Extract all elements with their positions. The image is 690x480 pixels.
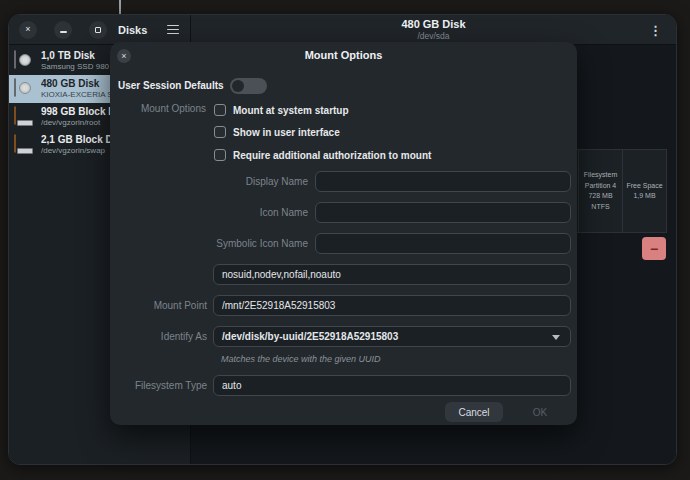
mount-options-input[interactable] <box>213 264 571 285</box>
symbolic-icon-name-input[interactable] <box>315 233 571 254</box>
dialog-title: Mount Options <box>110 49 577 61</box>
checkbox-label: Show in user interface <box>233 127 340 138</box>
icon-name-input[interactable] <box>315 202 571 223</box>
chevron-down-icon <box>552 335 560 340</box>
user-session-defaults-label: User Session Defaults <box>118 78 224 94</box>
headerbar-main-section: 480 GB Disk /dev/sda ⋮ <box>191 15 676 44</box>
app-title: Disks <box>118 24 147 36</box>
block-device-icon <box>14 107 35 128</box>
display-name-input[interactable] <box>315 171 571 192</box>
volume-line: 1,9 MB <box>633 191 655 202</box>
checkbox-icon <box>214 126 226 138</box>
mount-point-label: Mount Point <box>110 295 207 316</box>
hard-drive-icon <box>14 79 35 100</box>
kebab-menu-icon[interactable]: ⋮ <box>649 22 662 37</box>
filesystem-type-input[interactable] <box>213 375 571 396</box>
disk-item-subtitle: /dev/vgzorin/root <box>41 118 115 128</box>
checkbox-label: Require additional authorization to moun… <box>233 150 431 161</box>
user-session-defaults-toggle[interactable] <box>230 78 267 94</box>
close-icon: × <box>25 25 30 34</box>
ok-button[interactable]: OK <box>517 402 563 422</box>
mount-point-input[interactable] <box>213 295 571 316</box>
identify-as-value: /dev/disk/by-uuid/2E52918A52915803 <box>222 331 398 342</box>
block-device-icon <box>14 135 35 156</box>
icon-name-label: Icon Name <box>110 202 308 223</box>
background-window-artifact <box>119 0 121 14</box>
checkbox-icon <box>214 149 226 161</box>
volume-free-space[interactable]: Free Space 1,9 MB <box>622 150 666 232</box>
volume-line: Free Space <box>626 181 662 192</box>
checkbox-label: Mount at system startup <box>233 105 349 116</box>
cancel-button[interactable]: Cancel <box>445 402 503 422</box>
hard-drive-icon <box>14 51 35 72</box>
mount-options-section-label: Mount Options <box>110 103 206 114</box>
identify-as-hint: Matches the device with the given UUID <box>221 354 381 364</box>
volume-partition-4[interactable]: Filesystem Partition 4 728 MB NTFS <box>578 150 622 232</box>
headerbar-sidebar-section: × Disks <box>9 15 191 44</box>
disk-item-title: 2,1 GB Block De <box>41 134 118 146</box>
window-maximize-button[interactable] <box>89 21 107 39</box>
checkbox-icon <box>214 104 226 116</box>
maximize-icon <box>95 27 101 33</box>
volume-line: Partition 4 <box>585 181 617 192</box>
mount-options-dialog: × Mount Options User Session Defaults Mo… <box>110 42 577 425</box>
delete-partition-button[interactable]: − <box>642 237 666 260</box>
symbolic-icon-name-label: Symbolic Icon Name <box>110 233 308 254</box>
disk-item-subtitle: Samsung SSD 980 <box>41 62 109 72</box>
disk-item-title: 998 GB Block D <box>41 106 115 118</box>
disk-item-subtitle: KIOXIA-EXCERIA S <box>41 90 113 100</box>
disk-title: 480 GB Disk <box>401 18 465 31</box>
window-close-button[interactable]: × <box>19 21 37 39</box>
volume-line: Filesystem <box>584 170 617 181</box>
identify-as-label: Identify As <box>110 326 207 347</box>
volume-line: 728 MB NTFS <box>579 191 622 212</box>
disk-item-subtitle: /dev/vgzorin/swap <box>41 146 118 156</box>
window-minimize-button[interactable] <box>54 21 72 39</box>
remove-icon: − <box>650 241 658 257</box>
disk-subtitle: /dev/sda <box>401 31 465 41</box>
hamburger-menu-icon[interactable] <box>167 25 179 35</box>
disk-title-stack: 480 GB Disk /dev/sda <box>401 18 465 41</box>
disk-item-title: 1,0 TB Disk <box>41 50 109 62</box>
display-name-label: Display Name <box>110 171 308 192</box>
checkbox-mount-at-startup[interactable]: Mount at system startup <box>214 103 349 117</box>
identify-as-dropdown[interactable]: /dev/disk/by-uuid/2E52918A52915803 <box>213 326 571 347</box>
headerbar: × Disks 480 GB Disk /dev/sda ⋮ <box>9 15 676 45</box>
checkbox-show-in-ui[interactable]: Show in user interface <box>214 125 340 139</box>
filesystem-type-label: Filesystem Type <box>110 375 207 396</box>
checkbox-require-authorization[interactable]: Require additional authorization to moun… <box>214 148 431 162</box>
toggle-knob <box>232 80 244 92</box>
minimize-icon <box>60 31 67 33</box>
disk-item-title: 480 GB Disk <box>41 78 113 90</box>
